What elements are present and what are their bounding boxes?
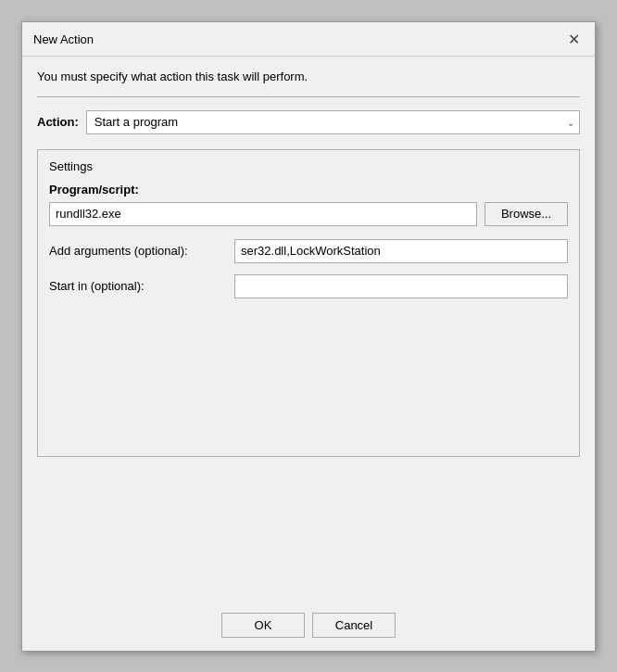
divider (37, 96, 580, 97)
dialog-footer: OK Cancel (22, 602, 595, 651)
browse-button[interactable]: Browse... (485, 202, 568, 226)
add-arguments-input[interactable] (234, 239, 568, 263)
close-button[interactable]: ✕ (563, 30, 584, 50)
action-row: Action: Start a program Send an e-mail D… (37, 110, 580, 134)
action-select-wrapper: Start a program Send an e-mail Display a… (86, 110, 580, 134)
program-script-label: Program/script: (49, 183, 568, 197)
program-script-input[interactable] (49, 202, 477, 226)
settings-group: Settings Program/script: Browse... Add a… (37, 149, 580, 457)
ok-button[interactable]: OK (221, 613, 305, 638)
new-action-dialog: New Action ✕ You must specify what actio… (21, 21, 596, 652)
action-label: Action: (37, 115, 79, 129)
dialog-title: New Action (33, 32, 94, 46)
action-select[interactable]: Start a program Send an e-mail Display a… (86, 110, 580, 134)
dialog-body: You must specify what action this task w… (22, 57, 595, 602)
warning-text: You must specify what action this task w… (37, 70, 580, 83)
start-in-input[interactable] (234, 274, 568, 298)
cancel-button[interactable]: Cancel (312, 613, 396, 638)
title-bar: New Action ✕ (22, 22, 595, 57)
spacer (37, 457, 580, 590)
add-arguments-label: Add arguments (optional): (49, 244, 234, 258)
add-arguments-row: Add arguments (optional): (49, 239, 568, 263)
start-in-row: Start in (optional): (49, 274, 568, 298)
program-script-row: Browse... (49, 202, 568, 226)
settings-legend: Settings (49, 159, 568, 173)
start-in-label: Start in (optional): (49, 279, 234, 293)
